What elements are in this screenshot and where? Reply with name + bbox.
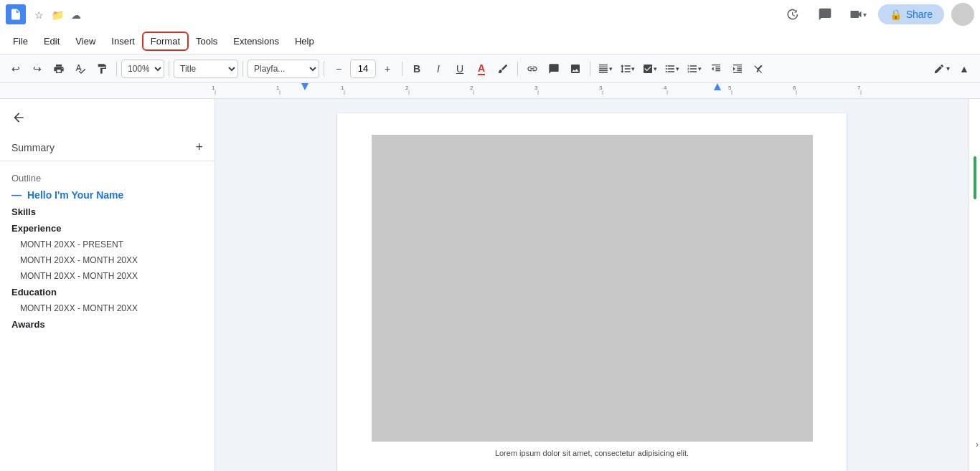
green-accent-bar [974,156,976,199]
history-button[interactable] [779,1,805,27]
svg-text:3: 3 [534,85,538,91]
lock-icon: 🔒 [890,9,902,20]
cloud-icon[interactable]: ☁ [69,8,83,22]
ruler-svg: 1 1 1 2 2 3 3 4 5 6 7 [0,83,980,99]
back-button[interactable] [0,108,215,137]
outline-item-edu1[interactable]: MONTH 20XX - MONTH 20XX [0,300,215,316]
decrease-font-button[interactable]: − [329,59,349,79]
document-page[interactable]: Lorem ipsum dolor sit amet, consectetur … [337,113,847,471]
outline-item-exp1[interactable]: MONTH 20XX - PRESENT [0,237,215,252]
bullet-list-button[interactable]: ▾ [661,59,682,79]
menu-edit[interactable]: Edit [37,33,67,49]
outline-item-awards[interactable]: Awards [0,316,215,333]
underline-button[interactable]: U [450,59,470,79]
svg-text:1: 1 [341,85,344,91]
outline-item-education[interactable]: Education [0,284,215,300]
text-color-button[interactable]: A [471,59,491,79]
document-area[interactable]: 1 2 3 4 Lorem ipsum dolor sit amet, cons… [215,99,969,471]
print-button[interactable] [49,59,69,79]
font-select[interactable]: Playfa... Arial Times New Roman [248,60,319,78]
decrease-indent-button[interactable] [706,59,726,79]
link-button[interactable] [522,59,542,79]
outline-item-skills[interactable]: Skills [0,204,215,220]
outline-item-experience[interactable]: Experience [0,220,215,237]
main-layout: Summary + Outline — Hello I'm Your Name … [0,99,980,471]
divider-4 [324,62,324,76]
expand-toolbar-button[interactable]: ▲ [954,59,974,79]
svg-text:1: 1 [212,85,215,91]
italic-button[interactable]: I [428,59,448,79]
side-panel-right: › [969,99,980,471]
share-label: Share [906,9,933,20]
spellcheck-button[interactable] [70,59,90,79]
toolbar: ↩ ↪ 100% 75% 125% 150% Title Normal text… [0,54,980,83]
svg-text:7: 7 [857,85,861,91]
line-spacing-button[interactable]: ▾ [617,59,638,79]
divider-7 [590,62,590,76]
svg-text:6: 6 [793,85,796,91]
align-button[interactable]: ▾ [595,59,616,79]
menu-view[interactable]: View [68,33,103,49]
outline-item-education-label: Education [11,287,57,298]
outline-item-name[interactable]: — Hello I'm Your Name [0,186,215,204]
outline-item-awards-label: Awards [11,319,45,330]
folder-icon[interactable]: 📁 [50,8,65,22]
outline-item-edu1-label: MONTH 20XX - MONTH 20XX [20,303,138,313]
outline-label: Outline [0,167,215,186]
paint-format-button[interactable] [92,59,112,79]
svg-text:3: 3 [599,85,603,91]
increase-indent-button[interactable] [727,59,748,79]
title-bar: ☆ 📁 ☁ ▾ 🔒 Share [0,0,980,29]
divider-5 [402,62,402,76]
bold-button[interactable]: B [407,59,427,79]
outline-item-skills-label: Skills [11,206,36,217]
share-button[interactable]: 🔒 Share [878,4,944,24]
undo-button[interactable]: ↩ [6,59,26,79]
redo-button[interactable]: ↪ [27,59,47,79]
sidebar: Summary + Outline — Hello I'm Your Name … [0,99,215,471]
style-select[interactable]: Title Normal text Heading 1 Heading 2 [174,60,238,78]
outline-item-experience-label: Experience [11,223,61,234]
clear-formatting-button[interactable] [749,59,769,79]
comment-toolbar-button[interactable] [544,59,564,79]
svg-text:1: 1 [276,85,280,91]
menu-insert[interactable]: Insert [104,33,142,49]
svg-text:2: 2 [470,85,473,91]
menu-tools[interactable]: Tools [189,33,225,49]
right-actions: ▾ 🔒 Share [779,1,974,27]
editing-mode-button[interactable]: ▾ [930,59,953,79]
outline-item-exp3-label: MONTH 20XX - MONTH 20XX [20,271,138,281]
page-image [372,135,813,442]
numbered-list-button[interactable]: ▾ [684,59,705,79]
summary-label: Summary [11,142,55,153]
summary-add-button[interactable]: + [195,140,203,155]
highlight-button[interactable] [493,59,513,79]
star-icon[interactable]: ☆ [32,8,46,22]
image-button[interactable] [565,59,585,79]
title-area: ☆ 📁 ☁ [32,6,773,22]
avatar[interactable] [951,3,974,26]
increase-font-button[interactable]: + [377,59,397,79]
outline-dash-icon: — [11,189,22,201]
summary-row: Summary + [0,137,215,161]
scroll-down-button[interactable]: › [976,439,979,449]
divider-3 [242,62,243,76]
svg-text:2: 2 [405,85,409,91]
divider-1 [116,62,117,76]
outline-item-exp2[interactable]: MONTH 20XX - MONTH 20XX [0,252,215,268]
menu-extensions[interactable]: Extensions [226,33,286,49]
menu-bar: File Edit View Insert Format Tools Exten… [0,29,980,54]
comment-button[interactable] [812,1,838,27]
checklist-button[interactable]: ▾ [639,59,660,79]
outline-item-exp3[interactable]: MONTH 20XX - MONTH 20XX [0,268,215,284]
app-icon [6,4,26,24]
menu-file[interactable]: File [6,33,35,49]
zoom-select[interactable]: 100% 75% 125% 150% [121,60,164,78]
menu-help[interactable]: Help [288,33,321,49]
outline-item-exp2-label: MONTH 20XX - MONTH 20XX [20,255,138,265]
divider-6 [517,62,518,76]
video-button[interactable]: ▾ [845,1,871,27]
font-size-input[interactable] [350,60,376,78]
divider-2 [169,62,169,76]
menu-format[interactable]: Format [143,33,187,49]
